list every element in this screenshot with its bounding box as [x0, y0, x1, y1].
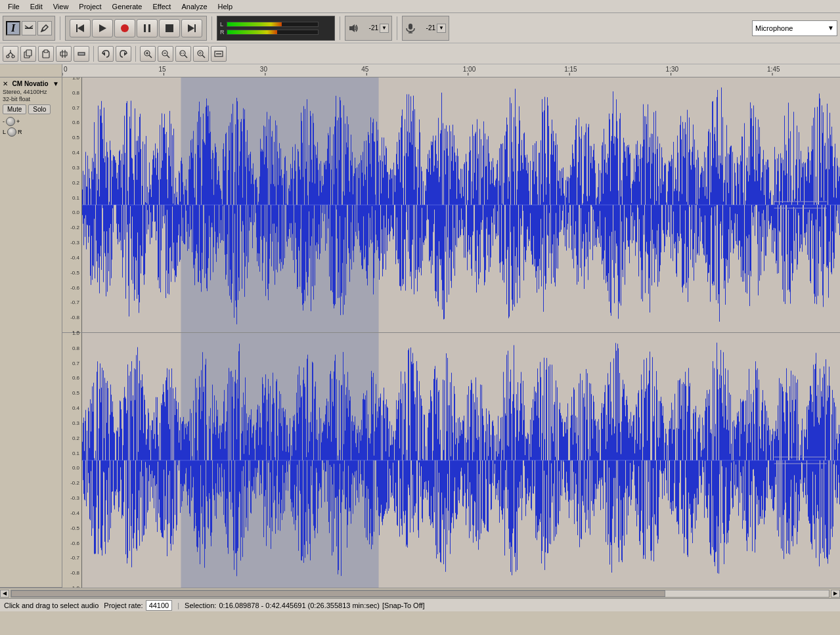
- top-waveform[interactable]: [82, 77, 840, 332]
- solo-button[interactable]: Solo: [28, 104, 51, 114]
- zoom-out-button[interactable]: [158, 46, 173, 62]
- track-info-1: Stereo, 44100Hz: [3, 89, 59, 95]
- zoom-in-button[interactable]: [140, 46, 156, 62]
- output-meter: L R: [217, 16, 335, 41]
- gain-row: - +: [3, 117, 59, 126]
- y-axis-label: -0.8: [70, 570, 79, 576]
- y-axis-label: -0.3: [70, 240, 79, 246]
- y-axis-label: -0.4: [70, 254, 79, 260]
- track-menu-icon[interactable]: ▼: [53, 80, 59, 87]
- y-axis-label: 0.5: [72, 135, 79, 141]
- pan-knob[interactable]: [7, 127, 16, 137]
- redo-button[interactable]: [116, 46, 131, 62]
- svg-point-16: [7, 55, 9, 58]
- track-header: ✕ CM Novatio ▼ Stereo, 44100Hz 32-bit fl…: [0, 77, 62, 588]
- envelope-tool[interactable]: [22, 21, 36, 35]
- svg-line-18: [8, 53, 11, 55]
- track-panel: ✕ CM Novatio ▼ Stereo, 44100Hz 32-bit fl…: [0, 64, 62, 588]
- y-axis-label: 0.3: [72, 420, 79, 426]
- timeline-ruler: [62, 64, 840, 77]
- svg-rect-9: [166, 24, 173, 32]
- y-axis-label: -0.5: [70, 269, 79, 275]
- track-name: CM Novatio: [12, 80, 49, 87]
- pause-button[interactable]: [137, 19, 158, 37]
- input-dropdown[interactable]: ▼: [437, 24, 446, 33]
- bottom-channel-row: 1.00.80.70.60.50.40.30.20.10.0-0.2-0.3-0…: [62, 333, 840, 588]
- mute-button[interactable]: Mute: [3, 104, 26, 114]
- y-axis-label: -0.8: [70, 315, 79, 320]
- svg-point-6: [121, 24, 129, 32]
- scrollbar-track[interactable]: [11, 590, 829, 598]
- svg-marker-5: [99, 24, 106, 32]
- menu-generate[interactable]: Generate: [107, 1, 148, 12]
- selection-tool[interactable]: I: [6, 21, 20, 35]
- skip-end-button[interactable]: [181, 19, 202, 37]
- input-db-value: -21: [417, 24, 435, 32]
- cut-button[interactable]: [3, 46, 18, 62]
- svg-line-32: [149, 55, 152, 58]
- svg-marker-3: [76, 24, 77, 32]
- pan-left-label: L: [3, 129, 6, 135]
- transport-group: [65, 16, 207, 41]
- top-channel-row: 1.00.80.70.60.50.40.30.20.10.0-0.2-0.3-0…: [62, 77, 840, 333]
- y-axis-label: 0.0: [72, 209, 79, 215]
- menu-view[interactable]: View: [48, 1, 74, 12]
- menu-project[interactable]: Project: [74, 1, 106, 12]
- gain-knob[interactable]: [6, 117, 15, 126]
- bottom-waveform[interactable]: [82, 333, 840, 588]
- waveform-top-canvas[interactable]: [82, 77, 840, 332]
- play-button[interactable]: [92, 19, 113, 37]
- undo-button[interactable]: [98, 46, 114, 62]
- y-axis-label: -0.7: [70, 299, 79, 305]
- scroll-left-button[interactable]: ◀: [0, 590, 9, 598]
- tb2-sep1: [93, 46, 94, 62]
- toolbar1: I L: [0, 13, 840, 43]
- y-axis-label: -0.4: [70, 510, 79, 515]
- track-close-icon[interactable]: ✕: [3, 80, 8, 87]
- output-dropdown[interactable]: ▼: [380, 24, 389, 33]
- zoom-fit-button[interactable]: [193, 46, 209, 62]
- menu-effect[interactable]: Effect: [147, 1, 176, 12]
- snap-label: [Snap-To Off]: [382, 602, 425, 609]
- y-axis-label: 0.2: [72, 435, 79, 441]
- scroll-right-button[interactable]: ▶: [831, 590, 840, 598]
- gain-minus-label: -: [3, 118, 5, 125]
- skip-start-button[interactable]: [70, 19, 91, 37]
- microphone-dropdown[interactable]: Microphone ▼: [752, 20, 837, 36]
- statusbar: Click and drag to select audio Project r…: [0, 598, 840, 611]
- zoom-selection-button[interactable]: [175, 46, 191, 62]
- menu-edit[interactable]: Edit: [25, 1, 48, 12]
- selection-value: 0:16.089878 - 0:42.445691 (0:26.355813 m…: [219, 602, 380, 609]
- stop-button[interactable]: [159, 19, 180, 37]
- y-axis-label: -1.0: [70, 585, 79, 588]
- copy-button[interactable]: [20, 46, 36, 62]
- y-axis-label: 0.1: [72, 450, 79, 456]
- y-axis-label: -0.3: [70, 495, 79, 501]
- y-axis-label: -0.2: [70, 225, 79, 230]
- silence-button[interactable]: [74, 46, 89, 62]
- paste-button[interactable]: [38, 46, 54, 62]
- y-axis-label: 0.6: [72, 375, 79, 381]
- draw-tool[interactable]: [37, 21, 52, 35]
- y-axis-label: 0.4: [72, 150, 79, 156]
- project-rate-value[interactable]: 44100: [146, 600, 173, 611]
- sep1: [60, 16, 60, 40]
- record-button[interactable]: [114, 19, 135, 37]
- menu-file[interactable]: File: [3, 1, 25, 12]
- ruler-canvas: [62, 64, 840, 76]
- menu-analyze[interactable]: Analyze: [176, 1, 212, 12]
- status-hint: Click and drag to select audio: [4, 602, 99, 609]
- output-db-value: -21: [360, 24, 378, 32]
- zoom-full-button[interactable]: [211, 46, 227, 62]
- y-axis-label: 0.2: [72, 179, 79, 185]
- y-axis-bottom: 1.00.80.70.60.50.40.30.20.10.0-0.2-0.3-0…: [62, 333, 82, 588]
- y-axis-label: -0.6: [70, 284, 79, 290]
- waveform-bottom-canvas[interactable]: [82, 333, 840, 588]
- scrollbar-thumb[interactable]: [11, 590, 665, 597]
- scrollbar-area: ◀ ▶: [0, 588, 840, 598]
- track-info-2: 32-bit float: [3, 96, 59, 102]
- svg-line-42: [202, 55, 205, 58]
- menu-help[interactable]: Help: [213, 1, 238, 12]
- trim-button[interactable]: [56, 46, 72, 62]
- y-axis-label: 0.7: [72, 104, 79, 110]
